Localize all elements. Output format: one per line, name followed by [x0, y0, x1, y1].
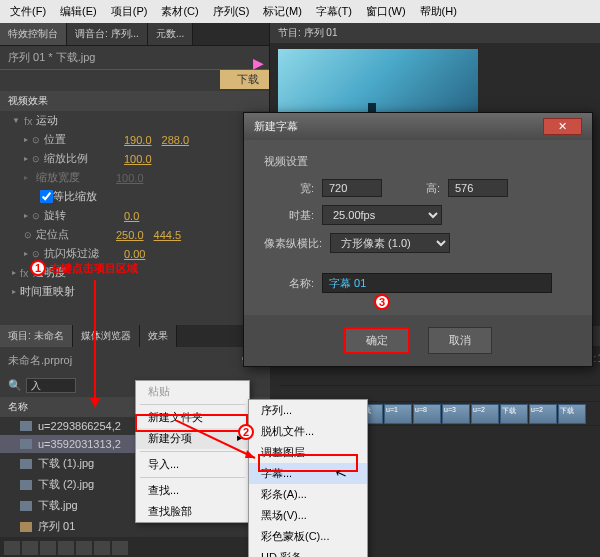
sub-hd[interactable]: HD 彩条... — [249, 547, 367, 557]
auto-icon[interactable] — [40, 541, 56, 555]
new-bin-icon[interactable] — [76, 541, 92, 555]
sub-title[interactable]: 字幕... — [249, 463, 367, 484]
tab-browser[interactable]: 媒体浏览器 — [73, 325, 140, 347]
sub-sequence[interactable]: 序列... — [249, 400, 367, 421]
program-header: 节目: 序列 01 — [270, 23, 600, 43]
menu-help[interactable]: 帮助(H) — [414, 2, 463, 21]
menu-edit[interactable]: 编辑(E) — [54, 2, 103, 21]
tab-effects[interactable]: 特效控制台 — [0, 23, 67, 45]
timeline-clip[interactable]: 下载 — [500, 404, 528, 424]
width-field[interactable]: 720 — [322, 179, 382, 197]
sub-black[interactable]: 黑场(V)... — [249, 505, 367, 526]
icon-view-icon[interactable] — [22, 541, 38, 555]
timeline-clip[interactable]: u=2 — [471, 404, 499, 424]
context-menu: 粘贴 新建文件夹 新建分项▸ 导入... 查找... 查找脸部 — [135, 380, 250, 523]
cancel-button[interactable]: 取消 — [428, 327, 492, 354]
timeline-clip[interactable]: u=1 — [384, 404, 412, 424]
delete-icon[interactable] — [112, 541, 128, 555]
timeline-clip[interactable]: u=3 — [442, 404, 470, 424]
rotate-value[interactable]: 0.0 — [124, 210, 139, 222]
search-icon[interactable]: 🔍 — [8, 379, 22, 392]
menu-title[interactable]: 字幕(T) — [310, 2, 358, 21]
motion-label[interactable]: 运动 — [36, 113, 58, 128]
fx-badge: fx — [24, 115, 33, 127]
clip-header: 序列 01 * 下载.jpg ▶ — [0, 46, 269, 70]
height-field[interactable]: 576 — [448, 179, 508, 197]
tab-project[interactable]: 项目: 未命名 — [0, 325, 73, 347]
menu-window[interactable]: 窗口(W) — [360, 2, 412, 21]
dialog-close-button[interactable]: ✕ — [543, 118, 582, 135]
dialog-title-text: 新建字幕 — [254, 119, 298, 134]
timeline-clip[interactable]: u=2 — [529, 404, 557, 424]
stopwatch-icon[interactable]: ⊙ — [32, 135, 40, 145]
menu-sequence[interactable]: 序列(S) — [207, 2, 256, 21]
menu-clip[interactable]: 素材(C) — [155, 2, 204, 21]
project-toolbar — [0, 537, 270, 557]
list-view-icon[interactable] — [4, 541, 20, 555]
position-x[interactable]: 190.0 — [124, 134, 152, 146]
par-select[interactable]: 方形像素 (1.0) — [330, 233, 450, 253]
ctx-find-face[interactable]: 查找脸部 — [136, 501, 249, 522]
timeline-clip[interactable]: 下载 — [558, 404, 586, 424]
uniform-scale-checkbox[interactable] — [40, 190, 53, 203]
position-y[interactable]: 288.0 — [162, 134, 190, 146]
new-title-dialog: 新建字幕 ✕ 视频设置 宽:720 高:576 时基: 25.00fps 像素纵… — [243, 112, 593, 367]
ctx-new-folder[interactable]: 新建文件夹 — [136, 407, 249, 428]
submenu-new-item: 序列... 脱机文件... 调整图层... 字幕... 彩条(A)... 黑场(… — [248, 399, 368, 557]
badge-2: 2 — [238, 424, 254, 440]
anchor-x[interactable]: 250.0 — [116, 229, 144, 241]
scale-value[interactable]: 100.0 — [124, 153, 152, 165]
expand-icon[interactable]: ▼ — [12, 116, 20, 125]
menu-marker[interactable]: 标记(M) — [257, 2, 308, 21]
dl-badge: 下载 — [220, 70, 269, 89]
anchor-y[interactable]: 444.5 — [154, 229, 182, 241]
title-name-input[interactable] — [322, 273, 552, 293]
search-input[interactable] — [26, 378, 76, 393]
menubar: 文件(F) 编辑(E) 项目(P) 素材(C) 序列(S) 标记(M) 字幕(T… — [0, 0, 600, 23]
video-effects-header[interactable]: 视频效果 — [0, 91, 269, 111]
flicker-value[interactable]: 0.00 — [124, 248, 145, 260]
timeline-clips[interactable]: 下载 u=1 u=8 u=3 u=2 下载 u=2 下载 — [350, 404, 600, 424]
menu-file[interactable]: 文件(F) — [4, 2, 52, 21]
timeremap-label[interactable]: 时间重映射 — [20, 284, 75, 299]
badge-3: 3 — [374, 294, 390, 310]
tab-fx[interactable]: 效果 — [140, 325, 177, 347]
find-icon[interactable] — [58, 541, 74, 555]
ctx-find[interactable]: 查找... — [136, 480, 249, 501]
sub-adjust[interactable]: 调整图层... — [249, 442, 367, 463]
menu-project[interactable]: 项目(P) — [105, 2, 154, 21]
tab-meta[interactable]: 元数... — [148, 23, 193, 45]
sub-bars[interactable]: 彩条(A)... — [249, 484, 367, 505]
ok-button[interactable]: 确定 — [344, 327, 410, 354]
project-filename: 未命名.prproj — [8, 353, 72, 368]
new-item-icon[interactable] — [94, 541, 110, 555]
ctx-import[interactable]: 导入... — [136, 454, 249, 475]
sub-offline[interactable]: 脱机文件... — [249, 421, 367, 442]
video-settings-label: 视频设置 — [264, 154, 572, 169]
sub-matte[interactable]: 彩色蒙板(C)... — [249, 526, 367, 547]
timeline-clip[interactable]: u=8 — [413, 404, 441, 424]
tab-mixer[interactable]: 调音台: 序列... — [67, 23, 148, 45]
ctx-new-item[interactable]: 新建分项▸ — [136, 428, 249, 449]
timebase-select[interactable]: 25.00fps — [322, 205, 442, 225]
ctx-paste: 粘贴 — [136, 381, 249, 402]
pink-marker: ▶ — [253, 55, 264, 71]
annotation-1: 1右键点击项目区域 — [30, 260, 138, 276]
